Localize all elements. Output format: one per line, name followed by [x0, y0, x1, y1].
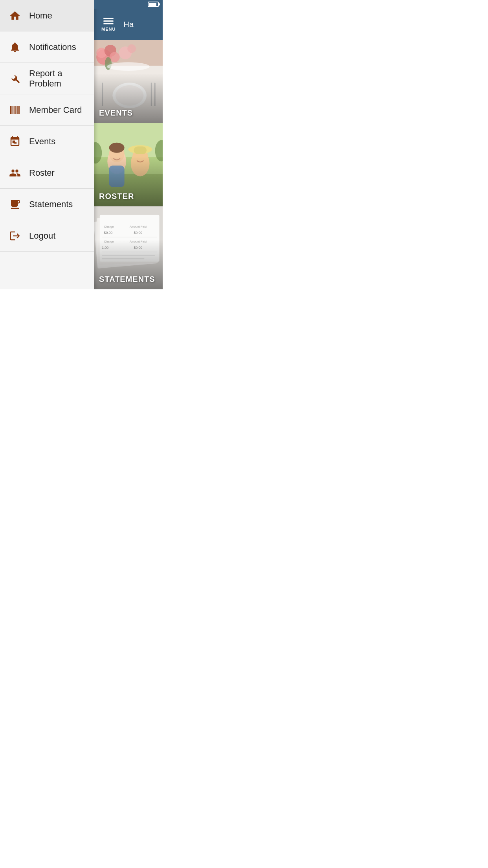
sidebar-item-home[interactable]: Home: [0, 0, 94, 31]
bell-icon: [8, 40, 22, 54]
sidebar-item-events[interactable]: 30 Events: [0, 126, 94, 157]
menu-button[interactable]: MENU: [99, 15, 118, 34]
menu-label: MENU: [101, 27, 116, 31]
menu-line-3: [103, 23, 114, 24]
menu-line-2: [103, 20, 114, 22]
sidebar-item-member-card-label: Member Card: [29, 105, 82, 115]
svg-rect-2: [13, 106, 14, 114]
battery-fill: [149, 3, 156, 6]
svg-rect-4: [15, 106, 17, 114]
sidebar-item-report-label: Report a Problem: [29, 68, 86, 89]
logout-icon: [8, 229, 22, 243]
svg-rect-3: [15, 106, 15, 114]
header-title: Ha: [124, 20, 134, 29]
svg-text:30: 30: [13, 141, 17, 145]
tile-roster-label: ROSTER: [99, 192, 134, 201]
svg-rect-5: [17, 106, 18, 114]
status-bar: [94, 0, 163, 9]
app-container: Home Notifications Report a Problem: [0, 0, 163, 289]
sidebar-item-member-card[interactable]: Member Card: [0, 94, 94, 126]
sidebar-item-statements-label: Statements: [29, 199, 73, 210]
tile-roster[interactable]: ROSTER: [94, 123, 163, 206]
right-panel: MENU Ha: [94, 0, 163, 289]
svg-rect-0: [10, 106, 11, 114]
svg-rect-7: [19, 106, 20, 114]
home-icon: [8, 9, 22, 23]
sidebar-item-logout-label: Logout: [29, 231, 55, 241]
header: MENU Ha: [94, 9, 163, 40]
roster-icon: [8, 166, 22, 180]
sidebar-item-notifications[interactable]: Notifications: [0, 31, 94, 63]
tile-statements[interactable]: Charge Amount Paid $0.00 $0.00 Charge Am…: [94, 206, 163, 289]
tile-events-label: EVENTS: [99, 108, 133, 118]
tiles-container: EVENTS: [94, 40, 163, 289]
svg-rect-6: [18, 106, 19, 114]
sidebar-item-events-label: Events: [29, 136, 55, 147]
sidebar-item-report[interactable]: Report a Problem: [0, 63, 94, 94]
sidebar-item-notifications-label: Notifications: [29, 42, 76, 52]
sidebar-item-roster[interactable]: Roster: [0, 157, 94, 189]
svg-rect-1: [11, 106, 12, 114]
calendar-icon: 30: [8, 134, 22, 149]
sidebar-item-statements[interactable]: Statements: [0, 189, 94, 220]
sidebar-item-logout[interactable]: Logout: [0, 220, 94, 252]
barcode-icon: [8, 103, 22, 117]
wrench-icon: [8, 72, 22, 86]
statements-icon: [8, 197, 22, 211]
battery-icon: [148, 2, 159, 7]
tile-events[interactable]: EVENTS: [94, 40, 163, 123]
sidebar-item-roster-label: Roster: [29, 168, 55, 178]
sidebar: Home Notifications Report a Problem: [0, 0, 94, 289]
tile-statements-label: STATEMENTS: [99, 275, 155, 284]
sidebar-item-home-label: Home: [29, 11, 52, 21]
menu-line-1: [103, 18, 114, 19]
